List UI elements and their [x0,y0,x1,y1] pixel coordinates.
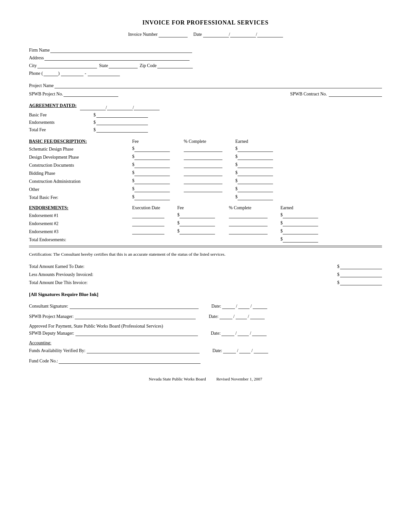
other-fee[interactable] [134,186,170,192]
project-name-field[interactable] [54,83,382,88]
date-year[interactable] [257,32,283,37]
footer-right: Revised November 1, 2007 [216,377,262,381]
bidding-pct[interactable] [184,170,222,176]
spwb-manager-date-day[interactable] [236,313,247,319]
fee-table-header: BASIC FEE/DESCRIPTION: Fee % Complete Ea… [29,139,382,144]
funds-date-day[interactable] [239,348,250,353]
deputy-date-year[interactable] [252,330,267,336]
endorsement3-pct[interactable] [229,229,268,234]
consultant-sig-field[interactable] [70,303,199,309]
endorsement3-earned[interactable] [283,229,318,234]
consultant-date-year[interactable] [253,303,267,309]
city-field[interactable] [37,63,97,68]
const-admin-pct[interactable] [184,178,222,184]
const-admin-fee[interactable] [134,178,170,184]
construction-docs-fee[interactable] [134,162,170,168]
invoice-number-field[interactable] [159,32,188,37]
state-label: State [99,63,108,68]
endorsement3-fee[interactable] [180,229,215,234]
total-earned-field[interactable] [340,263,382,269]
endorsement1-exec-date[interactable] [132,212,164,218]
funds-date-area: Date: / / [212,348,268,353]
spwb-manager-field[interactable] [75,313,196,319]
other-earned[interactable] [238,186,273,192]
date-day[interactable] [230,32,256,37]
spwb-project-no-field[interactable] [64,91,118,97]
zip-field[interactable] [157,63,193,68]
design-dev-fee[interactable] [134,154,170,160]
endorsement2-earned[interactable] [283,221,318,226]
deputy-manager-label: SPWB Deputy Manager: [29,331,74,336]
firm-name-label: Firm Name [29,48,50,53]
deputy-manager-date-label: Date: [211,331,220,336]
agreement-date-month[interactable] [80,105,106,110]
funds-date-month[interactable] [223,348,236,353]
spwb-manager-sig-row: SPWB Project Manager: Date: / / [29,313,382,319]
phone-prefix[interactable] [61,70,83,76]
funds-field[interactable] [87,348,200,353]
phone-number[interactable] [88,70,120,76]
endorsement2-pct[interactable] [229,221,268,226]
endorsement1-fee[interactable] [180,212,215,218]
endorsement3-exec-date[interactable] [132,229,164,234]
const-admin-earned[interactable] [238,178,273,184]
table-row: Bidding Phase $ $ [29,170,382,176]
agreement-date-year[interactable] [134,105,160,110]
fund-code-row: Fund Code No.: [29,358,382,364]
deputy-manager-field[interactable] [75,330,198,336]
total-basic-fee-value[interactable] [134,194,170,200]
total-basic-earned[interactable] [238,194,273,200]
consultant-date-month[interactable] [222,303,235,309]
blue-ink-label: [All Signatures Require Blue Ink] [29,292,382,297]
phone-area[interactable] [44,70,58,76]
execution-date-header: Execution Date [132,205,160,210]
invoice-number-label: Invoice Number [128,32,157,37]
basic-fee-desc-header: BASIC FEE/DESCRIPTION: [29,139,87,144]
endorsement1-pct[interactable] [229,212,268,218]
design-dev-earned[interactable] [238,154,273,160]
schematic-earned[interactable] [238,146,273,152]
basic-fee-value[interactable] [96,112,148,118]
construction-docs-earned[interactable] [238,162,273,168]
table-row: Endorsement #3 $ $ [29,229,382,234]
address-field[interactable] [44,55,190,61]
phone-label: Phone ( [29,71,43,76]
bidding-earned[interactable] [238,170,273,176]
city-state-zip-row: City State Zip Code [29,63,382,68]
fund-code-label: Fund Code No.: [29,359,58,364]
construction-docs-pct[interactable] [184,162,222,168]
spwb-manager-date-month[interactable] [220,313,232,319]
deputy-manager-sig-row: SPWB Deputy Manager: Date: / / [29,330,382,336]
date-month[interactable] [203,32,229,37]
total-due-field[interactable] [340,280,382,285]
accounting-label: Accounting: [29,340,382,346]
funds-date-year[interactable] [254,348,268,353]
project-name-row: Project Name [29,83,382,88]
address-row: Address [29,55,382,61]
total-fee-value[interactable] [96,127,148,133]
endorsements-value[interactable] [96,119,148,125]
total-endorsements-earned[interactable] [283,237,318,242]
bidding-fee[interactable] [134,170,170,176]
state-field[interactable] [109,63,138,68]
endorsement2-fee[interactable] [180,221,215,226]
schematic-fee[interactable] [134,146,170,152]
footer-left: Nevada State Public Works Board [149,377,206,381]
schematic-pct[interactable] [184,146,222,152]
deputy-date-month[interactable] [221,330,234,336]
spwb-contract-no-field[interactable] [329,91,382,97]
fee-col-header: Fee [132,139,139,144]
fund-code-field[interactable] [59,358,201,364]
less-invoiced-field[interactable] [340,271,382,277]
endorsement2-exec-date[interactable] [132,221,164,226]
earned-col-header: Earned [235,139,248,144]
spwb-manager-date-year[interactable] [250,313,265,319]
other-pct[interactable] [184,186,222,192]
endorsements-label: Endorsements [29,120,93,125]
deputy-date-day[interactable] [238,330,249,336]
agreement-date-day[interactable] [107,105,133,110]
endorsement1-earned[interactable] [283,212,318,218]
design-dev-pct[interactable] [184,154,222,160]
firm-name-field[interactable] [50,47,192,53]
consultant-date-day[interactable] [238,303,250,309]
